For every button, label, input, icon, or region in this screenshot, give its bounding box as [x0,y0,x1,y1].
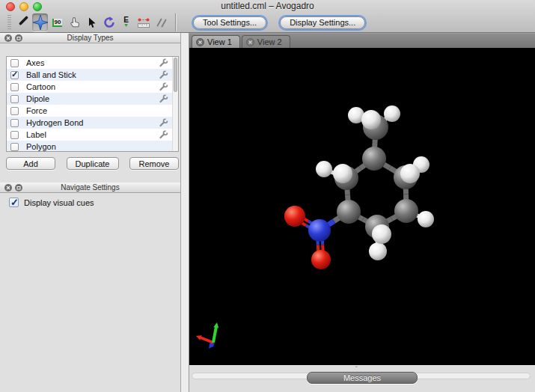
atom-O [284,206,305,227]
draw-tool-button[interactable] [15,13,31,31]
bond-centric-tool-button[interactable]: 90 [49,13,65,31]
wrench-settings-icon[interactable] [159,70,168,79]
display-type-label: Label [26,130,159,139]
avogadro-window: untitled.cml – Avogadro [0,0,535,392]
display-type-row[interactable]: Axes [7,57,178,69]
navigate-settings-title: Navigate Settings [0,183,180,192]
align-lines-icon [155,16,167,28]
axis-y-arrow [213,325,216,343]
display-types-header: Display Types [0,33,180,43]
add-button[interactable]: Add [6,157,55,170]
atom-O [311,250,331,269]
display-type-checkbox[interactable] [10,131,19,139]
panel-splitter[interactable] [180,33,189,392]
bond-angle-icon: 90 [52,19,63,27]
display-type-row[interactable]: Force [7,105,178,117]
atom-H [333,164,352,183]
atom-H [361,110,381,129]
view-area: View 1 View 2 ˆ Messages [189,33,535,392]
atom-C [394,199,418,223]
display-type-row[interactable]: Ball and Stick [7,69,178,81]
left-panel: Display Types AxesBall and StickCartoonD… [0,33,180,392]
display-type-checkbox[interactable] [10,59,19,67]
atom-H [316,161,332,177]
display-type-checkbox[interactable] [10,71,19,79]
axis-y-arrowhead [213,322,218,328]
wrench-settings-icon[interactable] [159,94,168,103]
measure-tool-button[interactable] [135,13,151,31]
display-types-title: Display Types [0,34,180,42]
window-title: untitled.cml – Avogadro [0,1,535,11]
display-type-label: Hydrogen Bond [26,118,159,127]
display-visual-cues-label: Display visual cues [24,198,94,207]
wrench-settings-icon[interactable] [159,130,168,139]
navigate-compass-icon [32,14,48,31]
display-types-scrollbar[interactable] [172,57,178,151]
display-type-label: Dipole [26,94,159,103]
close-tab-icon[interactable] [196,38,204,46]
display-type-checkbox[interactable] [10,143,19,151]
energy-optimize-icon: E ▼ [123,17,129,28]
titlebar: untitled.cml – Avogadro [0,0,535,13]
atom-C [337,200,361,224]
scrollbar-thumb[interactable] [174,58,177,92]
pencil-icon [16,16,30,29]
atom-C [362,147,386,171]
display-type-label: Force [26,106,178,115]
rotate-arrow-icon [103,16,116,29]
auto-optimize-tool-button[interactable]: E ▼ [118,13,134,31]
align-tool-button[interactable] [153,13,168,31]
display-visual-cues-row: Display visual cues [9,197,94,207]
tab-label: View 1 [207,37,232,46]
axes-widget [191,320,236,365]
toolbar-separator [175,13,176,31]
view-tabbar: View 1 View 2 [189,33,535,48]
remove-button[interactable]: Remove [129,157,179,170]
auto-rotate-tool-button[interactable] [101,13,117,31]
molecule-render [189,48,535,365]
wrench-settings-icon[interactable] [159,82,168,91]
ruler-measure-icon [137,17,150,28]
display-type-label: Polygon [26,142,178,151]
display-visual-cues-checkbox[interactable] [9,197,19,207]
navigate-settings-header: Navigate Settings [0,183,180,193]
toolbar-drag-handle[interactable] [7,15,11,30]
display-type-checkbox[interactable] [10,95,19,103]
display-type-label: Cartoon [26,82,159,91]
atom-H [372,224,391,244]
messages-button[interactable]: Messages [307,372,418,384]
display-type-row[interactable]: Dipole [7,93,178,105]
atom-H [400,164,420,183]
manipulate-tool-button[interactable] [67,13,82,31]
axis-x-arrow [199,337,213,343]
atom-H [369,242,387,260]
display-type-row[interactable]: Cartoon [7,81,178,93]
display-type-row[interactable]: Label [7,129,178,141]
tool-settings-button[interactable]: Tool Settings... [193,16,266,29]
display-type-row[interactable]: Hydrogen Bond [7,117,178,129]
display-type-row[interactable]: Polygon [7,141,178,152]
toolbar: 90 E ▼ [0,13,535,32]
tab-view-2[interactable]: View 2 [242,35,290,48]
atom-N [308,219,331,242]
display-type-checkbox[interactable] [10,83,19,91]
window-chrome: untitled.cml – Avogadro [0,0,535,33]
atom-H [418,211,434,227]
gl-viewport[interactable] [189,48,535,365]
duplicate-button[interactable]: Duplicate [67,157,119,170]
close-tab-icon[interactable] [246,38,254,46]
atom-H [384,105,400,122]
display-type-checkbox[interactable] [10,107,19,115]
main-area: Display Types AxesBall and StickCartoonD… [0,33,535,392]
display-types-actions: Add Duplicate Remove [6,157,179,170]
tab-view-1[interactable]: View 1 [192,35,240,48]
hand-icon [68,16,82,29]
selection-tool-button[interactable] [84,13,100,31]
display-type-label: Ball and Stick [26,70,159,79]
display-type-checkbox[interactable] [10,119,19,127]
display-settings-button[interactable]: Display Settings... [280,16,365,29]
navigate-tool-button[interactable] [32,13,48,31]
wrench-settings-icon[interactable] [159,118,168,127]
messages-dock: ˆ Messages [189,365,535,392]
wrench-settings-icon[interactable] [159,58,168,67]
